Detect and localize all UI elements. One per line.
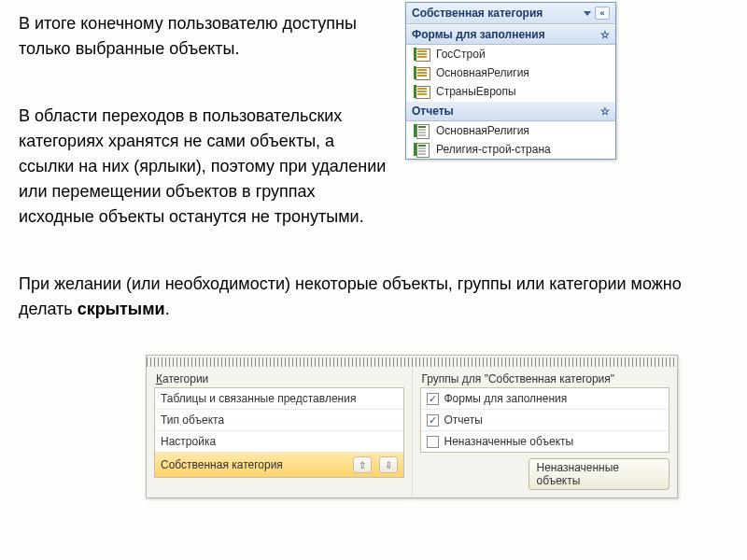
chevron-up-icon[interactable]: ☆ <box>600 105 610 118</box>
categories-label-accel: К <box>156 372 162 385</box>
nav-item-label: Религия-строй-страна <box>436 143 551 156</box>
move-down-button[interactable]: ⇩ <box>379 456 398 473</box>
report-icon <box>416 124 430 137</box>
nav-item-gosstroy[interactable]: ГосСтрой <box>406 45 615 63</box>
groups-label: Группы для "Собственная категория" <box>420 372 670 387</box>
nav-group-label: Отчеты <box>412 105 454 118</box>
groups-label-prefix: Группы для " <box>422 372 488 385</box>
group-row-reports[interactable]: ✓ Отчеты <box>421 410 669 431</box>
move-up-button[interactable]: ⇧ <box>353 456 372 473</box>
category-row-label: Собственная категория <box>161 458 345 471</box>
form-icon <box>416 85 430 98</box>
form-icon <box>416 48 430 61</box>
paragraph-3: При желании (или необходимости) некоторы… <box>19 272 710 322</box>
nav-item-label: ОсновнаяРелигия <box>436 66 529 79</box>
navigation-pane: Собственная категория « Формы для заполн… <box>405 2 616 160</box>
groups-label-suffix: " <box>611 372 614 385</box>
report-icon <box>416 143 430 156</box>
checkbox-checked-icon[interactable]: ✓ <box>427 414 439 427</box>
group-row-label: Отчеты <box>444 413 483 427</box>
groups-label-category: Собственная категория <box>488 372 611 385</box>
nav-item-osnovnaya-religiya-report[interactable]: ОсновнаяРелигия <box>406 121 615 140</box>
nav-item-label: СтраныЕвропы <box>436 85 516 98</box>
checkbox-unchecked-icon[interactable] <box>427 436 439 448</box>
navigation-options-dialog: Категории Таблицы и связанные представле… <box>146 355 678 498</box>
form-icon <box>416 66 430 79</box>
category-row-label: Таблицы и связанные представления <box>161 392 356 405</box>
groups-listbox[interactable]: ✓ Формы для заполнения ✓ Отчеты Неназнач… <box>420 387 670 453</box>
nav-item-label: ГосСтрой <box>436 48 486 61</box>
nav-pane-title-bar[interactable]: Собственная категория « <box>406 3 615 24</box>
nav-item-label: ОсновнаяРелигия <box>436 124 529 137</box>
category-row-label: Настройка <box>161 435 216 448</box>
groups-column: Группы для "Собственная категория" ✓ Фор… <box>413 369 678 497</box>
collapse-pane-icon[interactable]: « <box>595 7 610 20</box>
categories-listbox[interactable]: Таблицы и связанные представления Тип об… <box>154 387 404 478</box>
categories-column: Категории Таблицы и связанные представле… <box>147 369 413 497</box>
nav-group-label: Формы для заполнения <box>412 28 545 41</box>
group-row-label: Формы для заполнения <box>444 392 568 405</box>
paragraph-3-c: . <box>165 300 170 318</box>
paragraph-2: В области переходов в пользовательских к… <box>19 104 392 230</box>
category-row-own-category[interactable]: Собственная категория ⇧ ⇩ <box>155 453 403 477</box>
nav-item-osnovnaya-religiya-form[interactable]: ОсновнаяРелигия <box>406 63 615 82</box>
explanatory-text: В итоге конечному пользователю доступны … <box>19 11 392 339</box>
checkbox-checked-icon[interactable]: ✓ <box>427 393 439 405</box>
categories-label-rest: атегории <box>162 372 208 385</box>
categories-label: Категории <box>154 372 404 387</box>
chevron-up-icon[interactable]: ☆ <box>600 29 610 41</box>
category-row-object-type[interactable]: Тип объекта <box>155 410 403 431</box>
group-row-label: Неназначенные объекты <box>444 435 574 448</box>
nav-item-religiya-stroy-strana[interactable]: Религия-строй-страна <box>406 140 615 159</box>
category-row-label: Тип объекта <box>161 413 224 427</box>
unassigned-objects-button[interactable]: Неназначенные объекты <box>529 458 670 490</box>
category-row-tables[interactable]: Таблицы и связанные представления <box>155 388 403 410</box>
paragraph-1: В итоге конечному пользователю доступны … <box>19 11 392 62</box>
nav-pane-title: Собственная категория <box>412 7 543 20</box>
group-row-unassigned[interactable]: Неназначенные объекты <box>421 431 669 452</box>
dialog-instruction-obscured <box>147 356 677 369</box>
nav-item-strany-evropy[interactable]: СтраныЕвропы <box>406 82 615 101</box>
category-row-custom[interactable]: Настройка <box>155 431 403 453</box>
paragraph-3-bold: скрытыми <box>78 300 165 318</box>
group-row-forms[interactable]: ✓ Формы для заполнения <box>421 388 669 410</box>
nav-group-header-reports[interactable]: Отчеты ☆ <box>406 101 615 121</box>
nav-group-header-forms[interactable]: Формы для заполнения ☆ <box>406 24 615 45</box>
dropdown-icon[interactable] <box>584 11 591 16</box>
